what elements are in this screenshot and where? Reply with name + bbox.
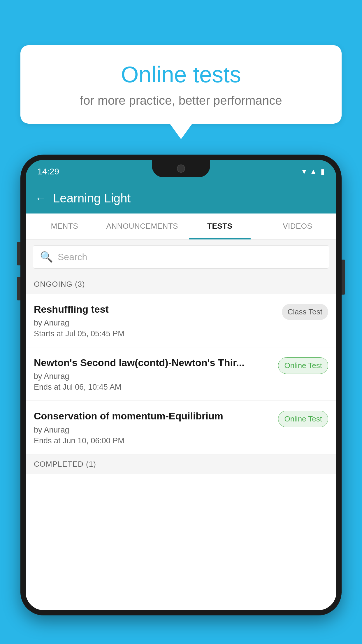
test-item[interactable]: Conservation of momentum-Equilibrium by …	[26, 401, 336, 454]
test-item[interactable]: Reshuffling test by Anurag Starts at Jul…	[26, 294, 336, 347]
battery-icon: ▮	[321, 167, 325, 176]
test-name: Reshuffling test	[34, 303, 277, 316]
power-button	[342, 260, 345, 295]
speech-bubble-arrow	[169, 123, 193, 139]
test-info: Newton's Second law(contd)-Newton's Thir…	[34, 356, 273, 392]
test-list: Reshuffling test by Anurag Starts at Jul…	[26, 294, 336, 610]
wifi-icon: ▾	[302, 167, 306, 176]
camera	[177, 164, 185, 173]
test-info: Reshuffling test by Anurag Starts at Jul…	[34, 303, 277, 338]
test-author: by Anurag	[34, 372, 273, 381]
ongoing-section-header: ONGOING (3)	[26, 274, 336, 294]
test-name: Newton's Second law(contd)-Newton's Thir…	[34, 356, 273, 369]
tab-announcements[interactable]: ANNOUNCEMENTS	[103, 214, 181, 239]
test-info: Conservation of momentum-Equilibrium by …	[34, 410, 273, 445]
status-time: 14:29	[37, 167, 59, 176]
status-bar: 14:29 ▾ ▲ ▮	[26, 160, 336, 183]
test-date: Ends at Jul 06, 10:45 AM	[34, 383, 273, 392]
status-icons: ▾ ▲ ▮	[302, 167, 325, 176]
tab-ments[interactable]: MENTS	[26, 214, 103, 239]
completed-section-header: COMPLETED (1)	[26, 454, 336, 474]
search-placeholder: Search	[58, 252, 87, 262]
back-button[interactable]: ←	[35, 192, 46, 205]
test-author: by Anurag	[34, 426, 273, 435]
test-date: Starts at Jul 05, 05:45 PM	[34, 329, 277, 338]
test-badge-online: Online Test	[278, 357, 328, 374]
search-icon: 🔍	[40, 251, 53, 263]
speech-bubble-subtitle: for more practice, better performance	[38, 94, 324, 108]
test-badge-class: Class Test	[282, 304, 328, 320]
app-title: Learning Light	[53, 191, 131, 205]
phone-frame: 14:29 ▾ ▲ ▮ ← Learning Light MENTS	[20, 155, 342, 615]
tabs-container: MENTS ANNOUNCEMENTS TESTS VIDEOS	[26, 214, 336, 239]
speech-bubble: Online tests for more practice, better p…	[20, 45, 342, 124]
phone-screen: ← Learning Light MENTS ANNOUNCEMENTS TES…	[26, 183, 336, 610]
tab-videos[interactable]: VIDEOS	[259, 214, 337, 239]
volume-down-button	[17, 277, 20, 300]
speech-bubble-title: Online tests	[38, 61, 324, 88]
search-bar[interactable]: 🔍 Search	[33, 245, 329, 269]
test-author: by Anurag	[34, 318, 277, 328]
tab-tests[interactable]: TESTS	[181, 214, 259, 239]
app-header: ← Learning Light	[26, 183, 336, 214]
search-container: 🔍 Search	[26, 239, 336, 274]
test-badge-online-2: Online Test	[278, 411, 328, 427]
test-name: Conservation of momentum-Equilibrium	[34, 410, 273, 422]
phone-notch	[152, 160, 210, 177]
volume-up-button	[17, 242, 20, 265]
phone-container: 14:29 ▾ ▲ ▮ ← Learning Light MENTS	[20, 155, 342, 644]
test-date: Ends at Jun 10, 06:00 PM	[34, 436, 273, 445]
signal-icon: ▲	[310, 167, 317, 176]
speech-bubble-container: Online tests for more practice, better p…	[20, 45, 342, 139]
test-item[interactable]: Newton's Second law(contd)-Newton's Thir…	[26, 347, 336, 401]
